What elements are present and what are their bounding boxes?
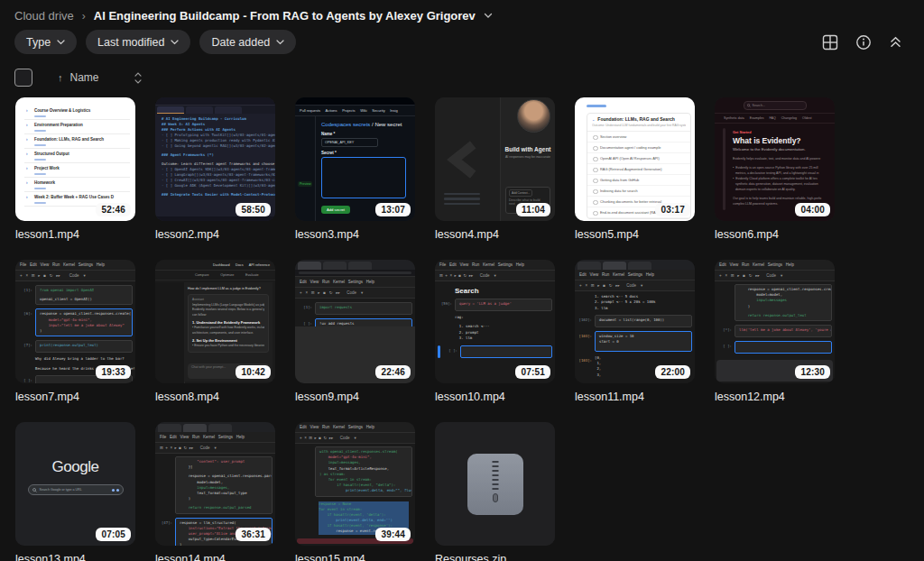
duration-badge: 52:46 <box>96 203 131 216</box>
collapse-double-chevron-up-icon[interactable] <box>889 35 902 49</box>
file-thumbnail[interactable]: Search... Synthetic data Examples FAQ Ch… <box>715 97 835 221</box>
codespaces-secrets-link: Codespaces secrets <box>321 122 370 127</box>
file-name: lesson7.mp4 <box>15 391 135 403</box>
add-secret-button: Add secret <box>321 206 350 214</box>
line: Section overview <box>587 132 690 143</box>
line: can follow: <box>192 313 264 317</box>
run-indicator <box>438 345 440 358</box>
filter-date-added-button[interactable]: Date added <box>199 30 296 54</box>
duration-badge: 03:17 <box>655 203 690 216</box>
line: Our goal is to help teams build and main… <box>733 196 831 201</box>
name-field-label: Name * <box>321 132 410 136</box>
file-name: lesson10.mp4 <box>435 391 555 403</box>
code-cell: document = list(range(0, 100)) <box>595 315 692 327</box>
file-thumbnail[interactable]: Pull requests Actions Projects Wiki Secu… <box>295 97 415 221</box>
file-item-lesson5[interactable]: Foundation: LLMs, RAG and Search Outcome… <box>575 97 695 241</box>
file-name: lesson3.mp4 <box>295 228 415 241</box>
secret-value-textarea <box>321 157 406 198</box>
window-bar <box>295 97 415 106</box>
filter-last-modified-button[interactable]: Last modified <box>86 30 190 54</box>
file-item-lesson1[interactable]: Course Overview & LogisticsEnvironment P… <box>15 97 135 241</box>
view-controls <box>822 34 910 51</box>
line <box>599 345 688 349</box>
add-context-button: Add Context... <box>509 189 532 197</box>
line: import requests <box>319 305 408 310</box>
jupyter-toolbar: + × ⊞ ▸ ■ ↻ ▸▸ Code ▾ <box>15 271 135 281</box>
github-nav: Pull requests Actions Projects Wiki Secu… <box>295 106 415 116</box>
duration-badge: 22:00 <box>655 365 690 379</box>
file-item-lesson3[interactable]: Pull requests Actions Projects Wiki Secu… <box>295 97 415 241</box>
file-thumbnail[interactable]: # AI Engineering Buildcamp - Curriculum#… <box>155 97 275 221</box>
file-thumbnail[interactable]: Edit View Run Kernel Settings Help + × ⊞… <box>295 260 415 383</box>
file-thumbnail[interactable]: Dashboard Docs API reference Compare Opt… <box>155 260 275 383</box>
code-cell: query = 'LLM as a judge' <box>455 299 552 311</box>
jupyter-toolbar: ⊞ + × ▸ ■ ↻ ▸▸ Code ▾ <box>435 271 555 281</box>
file-thumbnail[interactable]: Edit View Run Kernel Settings Help + × ⊞… <box>575 260 695 383</box>
file-item-lesson13[interactable]: Google Search Google or type a URL 07:05… <box>15 422 135 561</box>
duration-badge: 58:50 <box>236 203 271 216</box>
file-item-lesson10[interactable]: File Edit View Run Kernel Settings Help … <box>435 260 555 403</box>
file-thumbnail[interactable]: Build with Agent AI responses may be ina… <box>435 97 555 221</box>
line: 3, <box>595 372 601 378</box>
status-bar <box>155 216 275 221</box>
file-item-resourses-zip[interactable]: Resourses.zip <box>435 422 555 561</box>
title-chevron-down-icon[interactable] <box>484 13 493 19</box>
line: openai_client = OpenAI() <box>40 297 128 302</box>
file-thumbnail[interactable]: File Edit View Run Kernel Settings Help … <box>435 260 555 383</box>
file-thumbnail[interactable]: Course Overview & LogisticsEnvironment P… <box>15 97 135 221</box>
code-cell: llm('tell me a joke about Alexey', 'your… <box>735 325 832 337</box>
file-thumbnail[interactable]: File Edit View Run Kernel Settings Help … <box>155 422 275 546</box>
left-panel <box>155 282 185 383</box>
grid-view-icon[interactable] <box>822 34 838 51</box>
file-item-lesson11[interactable]: Edit View Run Kernel Settings Help + × ⊞… <box>575 260 695 403</box>
docs-nav: Synthetic data Examples FAQ Changelog Ol… <box>715 114 835 124</box>
line: OpenAI API (Open AI Responses API) <box>587 153 690 164</box>
line: RAG (Retrieval Augmented Generation) <box>587 164 690 175</box>
file-item-lesson4[interactable]: Build with Agent AI responses may be ina… <box>435 97 555 241</box>
file-item-lesson8[interactable]: Dashboard Docs API reference Compare Opt… <box>155 260 275 403</box>
select-all-checkbox[interactable] <box>14 69 32 87</box>
file-thumbnail[interactable]: Foundation: LLMs, RAG and Search Outcome… <box>575 97 695 221</box>
jupyter-menu: Edit View Run Kernel Settings Help <box>575 270 695 280</box>
file-thumbnail[interactable]: Google Search Google or type a URL 07:05 <box>15 422 135 546</box>
sort-toggle-icon[interactable] <box>134 71 143 85</box>
file-item-lesson2[interactable]: # AI Engineering Buildcamp - Curriculum#… <box>155 97 275 241</box>
file-item-lesson14[interactable]: File Edit View Run Kernel Settings Help … <box>155 422 275 561</box>
secret-name-input: OPENAI_API_KEY <box>321 138 378 147</box>
chevron-down-icon <box>171 40 179 45</box>
mic-lens-icons <box>112 489 119 492</box>
line: Getting data from GitHub <box>587 175 690 186</box>
info-icon[interactable] <box>855 34 872 51</box>
line: 2, <box>595 366 601 372</box>
assistant-text: • Familiarize yourself with how Evidentl… <box>192 326 264 336</box>
filter-last-modified-label: Last modified <box>97 36 164 49</box>
file-name: lesson15.mp4 <box>295 553 415 561</box>
file-item-lesson15[interactable]: Edit View Run Kernel Settings Help + × ⊞… <box>295 422 415 561</box>
breadcrumb-root[interactable]: Cloud drive <box>14 9 74 23</box>
file-thumbnail[interactable]: Edit View Run Kernel Settings Help + × ⊞… <box>295 422 415 546</box>
chevron-down-icon <box>57 40 65 45</box>
jupyter-toolbar: + × ⊞ ▸ ■ ↻ ▸▸ Code ▾ <box>295 288 415 299</box>
filter-type-button[interactable]: Type <box>14 30 77 54</box>
file-item-lesson12[interactable]: Edit View Run Kernel Settings Help + × ⊞… <box>715 260 835 403</box>
file-thumbnail[interactable] <box>435 422 555 546</box>
line: Course Overview & Logistics <box>24 106 130 120</box>
breadcrumb-separator-icon: › <box>82 10 86 23</box>
file-item-lesson6[interactable]: Search... Synthetic data Examples FAQ Ch… <box>715 97 835 241</box>
file-item-lesson9[interactable]: Edit View Run Kernel Settings Help + × ⊞… <box>295 260 415 403</box>
file-name: lesson8.mp4 <box>155 391 275 403</box>
file-item-lesson7[interactable]: File Edit View Run Kernel Settings Help … <box>15 260 135 403</box>
google-search-bar: Search Google or type a URL <box>28 484 124 495</box>
docs-search-bar: Search... <box>744 101 807 110</box>
empty-cell <box>735 341 832 354</box>
file-thumbnail[interactable]: File Edit View Run Kernel Settings Help … <box>15 260 135 383</box>
duration-badge: 07:05 <box>96 528 131 541</box>
file-thumbnail[interactable]: Edit View Run Kernel Settings Help + × ⊞… <box>715 260 835 383</box>
line: print(response.output_text) <box>40 343 128 348</box>
markdown-text: rag: 1. search <--- 2. prompt 3. llm <box>455 315 552 342</box>
file-name: lesson14.mp4 <box>155 553 275 561</box>
file-name: Resourses.zip <box>435 553 555 561</box>
sort-ascending-icon: ↑ <box>58 72 63 83</box>
sort-by-name-header[interactable]: Name <box>70 71 99 84</box>
line: [0, <box>595 355 601 361</box>
